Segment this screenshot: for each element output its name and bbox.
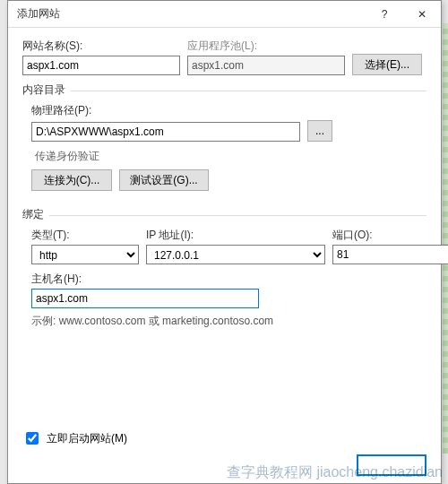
ok-button[interactable] <box>357 454 426 476</box>
binding-ip-select[interactable]: 127.0.0.1 <box>146 245 325 264</box>
host-name-input[interactable] <box>31 289 259 308</box>
site-row: 网站名称(S): 应用程序池(L): 选择(E)... <box>22 39 426 75</box>
content-dir-group-label: 内容目录 <box>22 82 426 98</box>
app-pool-input <box>187 56 345 75</box>
binding-port-input[interactable] <box>332 245 448 264</box>
physical-path-label: 物理路径(P): <box>31 103 426 118</box>
select-app-pool-button[interactable]: 选择(E)... <box>352 54 422 75</box>
binding-port-label: 端口(O): <box>332 228 448 243</box>
dialog-buttons <box>357 454 426 476</box>
host-name-label: 主机名(H): <box>31 272 426 287</box>
site-name-label: 网站名称(S): <box>22 39 180 54</box>
binding-group: 类型(T): http IP 地址(I): 127.0.0.1 端口(O): <box>22 228 426 329</box>
physical-path-input[interactable] <box>31 122 300 142</box>
content-dir-group: 物理路径(P): ... 传递身份验证 连接为(C)... 测试设置(G)... <box>22 103 426 191</box>
dialog-title: 添加网站 <box>17 6 366 22</box>
binding-type-label: 类型(T): <box>31 228 139 243</box>
start-now-label: 立即启动网站(M) <box>47 431 127 446</box>
binding-group-label: 绑定 <box>22 207 426 222</box>
host-name-example: 示例: www.contoso.com 或 marketing.contoso.… <box>31 314 426 329</box>
dialog-body: 网站名称(S): 应用程序池(L): 选择(E)... 内容目录 物理路径(P)… <box>8 28 441 336</box>
auth-passthrough-label: 传递身份验证 <box>35 149 426 164</box>
start-now-checkbox[interactable] <box>26 432 39 445</box>
site-name-input[interactable] <box>22 56 180 75</box>
add-website-dialog: 添加网站 ? ✕ 网站名称(S): 应用程序池(L): 选择(E)... 内容目… <box>7 0 442 484</box>
start-now-row[interactable]: 立即启动网站(M) <box>22 429 127 447</box>
app-pool-label: 应用程序池(L): <box>187 39 345 54</box>
browse-path-button[interactable]: ... <box>307 120 332 142</box>
test-settings-button[interactable]: 测试设置(G)... <box>119 169 209 191</box>
close-button[interactable]: ✕ <box>403 1 441 28</box>
help-button[interactable]: ? <box>366 1 403 28</box>
binding-ip-label: IP 地址(I): <box>146 228 325 243</box>
footer: 立即启动网站(M) <box>22 429 127 447</box>
connect-as-button[interactable]: 连接为(C)... <box>31 169 112 191</box>
close-icon: ✕ <box>418 8 426 21</box>
help-icon: ? <box>382 8 388 21</box>
titlebar: 添加网站 ? ✕ <box>8 1 441 28</box>
binding-type-select[interactable]: http <box>31 245 139 264</box>
